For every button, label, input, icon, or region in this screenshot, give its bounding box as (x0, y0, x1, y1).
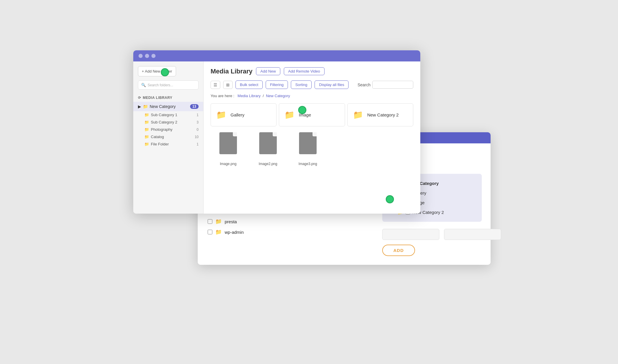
gallery-folder-icon: 📁 (216, 110, 226, 120)
search-folders-placeholder: Search folders... (148, 83, 173, 87)
sidebar-category-name: New Category (150, 104, 176, 109)
sidebar-file-folder-icon: 📁 (144, 142, 149, 146)
sidebar: + Add New Folder 🔍 Search folders... ⟳ M… (133, 61, 204, 214)
file-shape-image2-png (259, 132, 277, 154)
breadcrumb-current: New Category (266, 94, 290, 98)
sidebar-category-folder-icon: 📁 (143, 104, 148, 109)
main-area: Media Library Add New Add Remote Video ☰… (204, 61, 420, 214)
green-dot-1 (161, 68, 169, 76)
sidebar-photography-name: Photography (151, 127, 173, 132)
main-header: Media Library Add New Add Remote Video (211, 67, 413, 75)
green-dot-3 (386, 195, 394, 203)
front-dot-3 (151, 54, 156, 58)
folder-card-new-category-2[interactable]: 📁 New Category 2 (347, 103, 413, 126)
grid-view-button[interactable]: ⊞ (223, 81, 233, 89)
file-shape-image-png (219, 132, 237, 154)
file-shape-image3-png (299, 132, 317, 154)
file-name-image3-png: Image3.png (298, 162, 317, 166)
front-dot-2 (145, 54, 149, 58)
bottom-action-row (382, 229, 482, 240)
file-card-image2-png[interactable]: Image2.png (250, 132, 286, 166)
filtering-button[interactable]: Filtering (266, 80, 288, 89)
front-dot-1 (139, 54, 143, 58)
server-folder-wpadmin-checkbox[interactable] (208, 230, 212, 234)
media-window-body: + Add New Folder 🔍 Search folders... ⟳ M… (133, 61, 420, 214)
breadcrumb: You are here : Media Library / New Categ… (211, 94, 413, 98)
sidebar-catalog[interactable]: 📁 Catalog 10 (133, 133, 203, 140)
sidebar-catalog-icon: 📁 (144, 135, 149, 139)
sidebar-file-folder-count: 1 (197, 142, 199, 146)
bottom-input-left[interactable] (382, 229, 439, 240)
file-card-image3-png[interactable]: Image3.png (290, 132, 325, 166)
sidebar-sub-cat1-icon: 📁 (144, 113, 149, 117)
server-folder-presta[interactable]: 📁 presta (206, 216, 376, 227)
sidebar-sub-category-1[interactable]: 📁 Sub Category 1 1 (133, 111, 203, 119)
image-folder-icon: 📁 (284, 110, 295, 120)
file-icon-image-png (216, 132, 240, 159)
sidebar-file-folder[interactable]: 📁 File Folder 1 (133, 140, 203, 148)
sidebar-sub-cat1-name: Sub Category 1 (151, 113, 177, 117)
sidebar-sub-cat2-count: 3 (197, 120, 199, 124)
sidebar-catalog-name: Catalog (151, 135, 164, 139)
file-name-image2-png: Image2.png (259, 162, 277, 166)
search-input[interactable] (372, 81, 413, 89)
search-folders-icon: 🔍 (141, 83, 146, 87)
search-group: Search (358, 81, 413, 89)
sidebar-photography[interactable]: 📁 Photography 0 (133, 126, 203, 133)
search-folders-field[interactable]: 🔍 Search folders... (138, 80, 199, 90)
file-grid: Image.png Image2.png Image3.png (211, 132, 413, 166)
gallery-folder-name: Gallery (231, 112, 245, 117)
folder-name-wpadmin: wp-admin (225, 230, 244, 235)
file-card-image-png[interactable]: Image.png (211, 132, 246, 166)
main-title: Media Library (211, 68, 252, 75)
server-folder-wpadmin[interactable]: 📁 wp-admin (206, 227, 376, 237)
media-window-titlebar (133, 50, 420, 61)
sidebar-catalog-count: 10 (195, 135, 199, 139)
folder-card-gallery[interactable]: 📁 Gallery (211, 103, 276, 126)
sidebar-photography-icon: 📁 (144, 127, 149, 132)
add-new-button[interactable]: Add New (256, 67, 280, 75)
file-icon-image3-png (296, 132, 320, 159)
add-button[interactable]: ADD (382, 245, 415, 256)
folder-grid: 📁 Gallery 📁 Image 📁 New Category 2 (211, 103, 413, 126)
server-folder-presta-checkbox[interactable] (208, 219, 212, 224)
media-library-sidebar-label: ⟳ MEDIA LIBRARY (133, 94, 203, 102)
sidebar-sub-cat1-count: 1 (197, 113, 199, 117)
file-name-image-png: Image.png (220, 162, 237, 166)
sidebar-sub-category-2[interactable]: 📁 Sub Category 2 3 (133, 119, 203, 126)
new-category-2-folder-name: New Category 2 (367, 112, 399, 117)
search-label: Search (358, 83, 371, 87)
add-remote-video-button[interactable]: Add Remote Video (284, 67, 325, 75)
new-category-2-folder-icon: 📁 (353, 110, 363, 120)
folder-icon-wpadmin: 📁 (215, 229, 222, 235)
sidebar-chevron-icon: ▶ (138, 104, 141, 109)
bulk-select-button[interactable]: Bulk select (235, 80, 263, 89)
breadcrumb-root[interactable]: Media Library (238, 94, 261, 98)
sidebar-sub-cat2-name: Sub Category 2 (151, 120, 177, 124)
list-view-button[interactable]: ☰ (211, 81, 220, 89)
sidebar-category-badge: 13 (190, 104, 199, 109)
sidebar-sub-cat2-icon: 📁 (144, 120, 149, 124)
folder-name-presta: presta (225, 219, 237, 224)
media-library-sync-icon: ⟳ (138, 96, 141, 100)
add-new-folder-button[interactable]: + Add New Folder (138, 66, 176, 76)
sorting-button[interactable]: Sorting (291, 80, 312, 89)
bottom-input-right[interactable] (444, 229, 501, 240)
toolbar: ☰ ⊞ Bulk select Filtering Sorting Displa… (211, 80, 413, 89)
file-icon-image2-png (256, 132, 280, 159)
breadcrumb-prefix: You are here : (211, 94, 234, 98)
sidebar-photography-count: 0 (197, 128, 199, 132)
folder-card-image[interactable]: 📁 Image (279, 103, 345, 126)
sidebar-file-folder-name: File Folder (151, 142, 169, 146)
display-all-files-button[interactable]: Display all files (315, 80, 349, 89)
sidebar-new-category[interactable]: ▶ 📁 New Category 13 (133, 102, 203, 111)
folder-icon-presta: 📁 (215, 218, 222, 225)
media-library-window: + Add New Folder 🔍 Search folders... ⟳ M… (133, 50, 420, 214)
